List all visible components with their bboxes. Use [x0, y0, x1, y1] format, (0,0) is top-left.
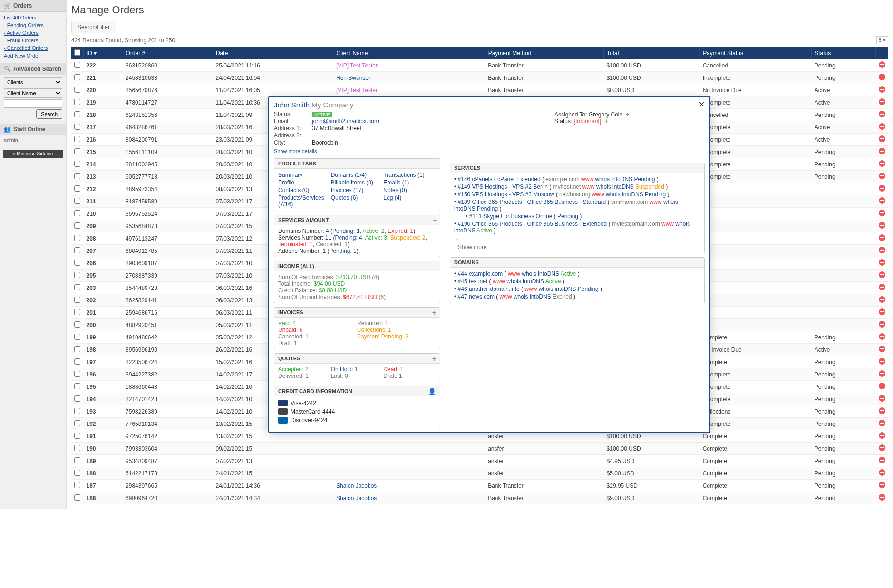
delete-icon[interactable]: [879, 284, 885, 290]
adv-search-button[interactable]: Search: [36, 109, 62, 119]
delete-icon[interactable]: [879, 346, 885, 352]
table-row[interactable]: 221245831063324/04/2021 16:04Ron Swanson…: [71, 72, 888, 84]
row-checkbox[interactable]: [74, 395, 80, 402]
row-checkbox[interactable]: [74, 62, 80, 68]
profile-tab-link[interactable]: Domains (2/4): [331, 171, 384, 179]
row-checkbox[interactable]: [74, 494, 80, 501]
sidebar-item[interactable]: - Active Orders: [4, 30, 39, 36]
row-checkbox[interactable]: [74, 346, 80, 352]
delete-icon[interactable]: [879, 370, 885, 377]
service-item[interactable]: • #190 Office 365 Products - Office 365 …: [454, 220, 700, 234]
profile-tab-link[interactable]: Summary: [278, 171, 331, 179]
row-checkbox[interactable]: [74, 297, 80, 303]
row-checkbox[interactable]: [74, 272, 80, 278]
delete-icon[interactable]: [879, 74, 885, 80]
adv-select-field[interactable]: Client Name: [4, 88, 62, 98]
col-ordernum[interactable]: Order #: [123, 47, 213, 59]
adv-search-input[interactable]: [4, 99, 62, 108]
delete-icon[interactable]: [879, 457, 885, 463]
delete-icon[interactable]: [879, 494, 885, 501]
row-checkbox[interactable]: [74, 74, 80, 80]
row-checkbox[interactable]: [74, 235, 80, 241]
sidebar-item[interactable]: - Cancelled Orders: [4, 45, 48, 51]
delete-icon[interactable]: [879, 383, 885, 389]
delete-icon[interactable]: [879, 444, 885, 451]
row-checkbox[interactable]: [74, 198, 80, 204]
profile-tab-link[interactable]: Invoices (17): [331, 186, 384, 194]
row-checkbox[interactable]: [74, 433, 80, 439]
services-show-more[interactable]: Show more: [454, 242, 700, 251]
col-date[interactable]: Date: [213, 47, 333, 59]
table-row[interactable]: 190799330360409/02/2021 15ansfer$100.00 …: [71, 443, 888, 455]
col-client[interactable]: Client Name: [333, 47, 485, 59]
user-icon[interactable]: 👤: [428, 388, 436, 395]
delete-icon[interactable]: [879, 333, 885, 340]
delete-icon[interactable]: [879, 259, 885, 266]
row-checkbox[interactable]: [74, 99, 80, 105]
row-checkbox[interactable]: [74, 445, 80, 451]
row-checkbox[interactable]: [74, 457, 80, 463]
domain-item[interactable]: • #46 another-domain.info ( www whois in…: [454, 285, 700, 293]
minimise-sidebar-button[interactable]: « Minimise Sidebar: [3, 150, 63, 158]
popup-close-icon[interactable]: ✕: [699, 100, 705, 109]
client-link[interactable]: Ron Swanson: [336, 75, 372, 81]
delete-icon[interactable]: [879, 321, 885, 328]
profile-tab-link[interactable]: Products/Services (7/16): [278, 194, 331, 208]
row-checkbox[interactable]: [74, 124, 80, 130]
tab-search-filter[interactable]: Search/Filter: [71, 21, 116, 33]
row-checkbox[interactable]: [74, 358, 80, 365]
profile-tab-link[interactable]: Quotes (6): [331, 194, 384, 202]
row-checkbox[interactable]: [74, 371, 80, 377]
row-checkbox[interactable]: [74, 470, 80, 476]
delete-icon[interactable]: [879, 234, 885, 241]
client-link[interactable]: Shalon Jacobos: [336, 482, 377, 489]
domain-item[interactable]: • #44 example.com ( www whois intoDNS Ac…: [454, 270, 700, 278]
collapse-icon[interactable]: --: [433, 217, 436, 223]
table-row[interactable]: 189953480948707/02/2021 13ansfer$4.95 US…: [71, 455, 888, 467]
col-id[interactable]: ID ▾: [84, 47, 123, 59]
domain-item[interactable]: • #45 test.net ( www whois intoDNS Activ…: [454, 278, 700, 285]
quote-add-icon[interactable]: +: [432, 355, 436, 363]
row-checkbox[interactable]: [74, 222, 80, 229]
delete-icon[interactable]: [879, 173, 885, 179]
profile-tab-link[interactable]: Billable Items (0): [331, 179, 384, 186]
perpage-select[interactable]: 5 ▾: [876, 36, 888, 44]
delete-icon[interactable]: [879, 98, 885, 105]
sidebar-item[interactable]: - Pending Orders: [4, 22, 44, 28]
row-checkbox[interactable]: [74, 111, 80, 117]
delete-icon[interactable]: [879, 395, 885, 402]
table-row[interactable]: 187298439766524/01/2021 14:36Shalon Jaco…: [71, 480, 888, 492]
row-checkbox[interactable]: [74, 260, 80, 266]
col-checkbox[interactable]: [71, 47, 84, 59]
col-status[interactable]: Status: [812, 47, 876, 59]
row-checkbox[interactable]: [74, 148, 80, 154]
client-link[interactable]: [VIP] Test Tester: [336, 87, 378, 94]
table-row[interactable]: 220856567087611/04/2021 16:05[VIP] Test …: [71, 84, 888, 96]
row-checkbox[interactable]: [74, 136, 80, 142]
service-item[interactable]: • #111 Skype For Business Online ( Pendi…: [466, 212, 700, 220]
row-checkbox[interactable]: [74, 161, 80, 167]
delete-icon[interactable]: [879, 469, 885, 476]
delete-icon[interactable]: [879, 135, 885, 142]
invoice-add-icon[interactable]: +: [432, 309, 436, 317]
delete-icon[interactable]: [879, 160, 885, 167]
row-checkbox[interactable]: [74, 482, 80, 488]
cstatus-add-icon[interactable]: +: [604, 118, 608, 125]
delete-icon[interactable]: [879, 432, 885, 439]
profile-tab-link[interactable]: Transactions (1): [383, 171, 436, 179]
sidebar-item[interactable]: - Fraud Orders: [4, 38, 38, 43]
row-checkbox[interactable]: [74, 87, 80, 93]
delete-icon[interactable]: [879, 407, 885, 414]
row-checkbox[interactable]: [74, 247, 80, 253]
table-row[interactable]: 222363152086025/04/2021 11:16[VIP] Test …: [71, 59, 888, 72]
row-checkbox[interactable]: [74, 334, 80, 340]
adv-select-type[interactable]: Clients: [4, 77, 62, 87]
delete-icon[interactable]: [879, 358, 885, 365]
delete-icon[interactable]: [879, 111, 885, 117]
client-link[interactable]: [VIP] Test Tester: [336, 62, 378, 69]
assigned-add-icon[interactable]: +: [626, 111, 630, 118]
table-row[interactable]: 186698096472024/01/2021 14:34Shalon Jaco…: [71, 492, 888, 504]
row-checkbox[interactable]: [74, 383, 80, 389]
delete-icon[interactable]: [879, 271, 885, 278]
service-item[interactable]: • #189 Office 365 Products - Office 365 …: [454, 198, 700, 212]
